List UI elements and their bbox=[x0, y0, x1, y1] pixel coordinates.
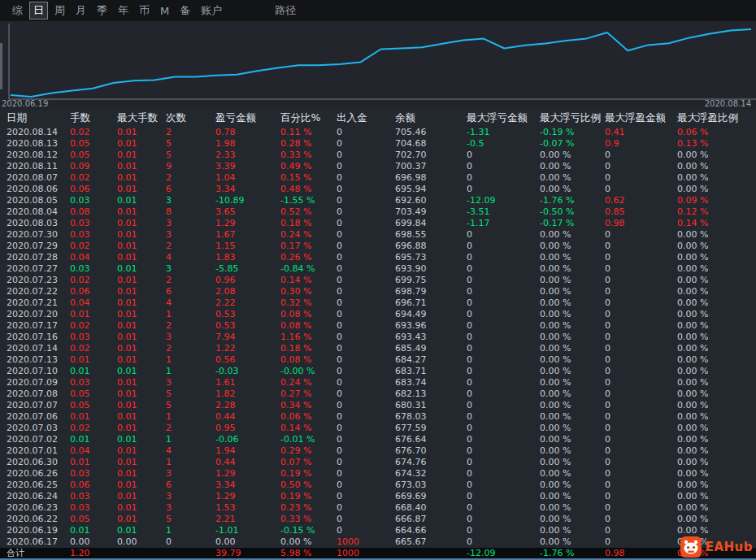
table-row[interactable]: 2020.07.010.040.0141.940.29 %0676.7000.0… bbox=[0, 445, 756, 457]
cell-max-float-profit: 0 bbox=[605, 320, 677, 332]
menu-item-3[interactable]: 月 bbox=[72, 2, 90, 20]
cell-lots: 0.03 bbox=[70, 377, 117, 389]
cell-max-float-profit-pct: 0.00 % bbox=[677, 286, 756, 297]
table-row[interactable]: 2020.08.030.030.0131.290.18 %0699.84-1.1… bbox=[0, 218, 756, 229]
table-row[interactable]: 2020.07.130.010.0110.560.08 %0684.2700.0… bbox=[0, 354, 756, 366]
cell-balance: 698.79 bbox=[395, 286, 467, 297]
cell-max-lots: 0.01 bbox=[117, 411, 166, 423]
table-row[interactable]: 2020.06.220.050.0152.210.33 %0666.8700.0… bbox=[0, 514, 756, 525]
cell-max-lots: 0.01 bbox=[117, 468, 166, 480]
cell-pnl: 0.96 bbox=[215, 275, 280, 286]
table-row[interactable]: 2020.06.250.060.0163.340.50 %0673.0300.0… bbox=[0, 480, 756, 491]
table-row[interactable]: 2020.07.160.030.0137.941.16 %0693.4300.0… bbox=[0, 332, 756, 343]
menu-item-6[interactable]: 币 bbox=[135, 2, 154, 20]
table-row[interactable]: 2020.08.140.020.0120.780.11 %0705.46-1.3… bbox=[0, 127, 756, 138]
table-row[interactable]: 2020.07.230.020.0120.960.14 %0699.7500.0… bbox=[0, 275, 756, 286]
cell-max-float-loss-pct: 0.00 % bbox=[540, 536, 605, 548]
table-row[interactable]: 2020.08.110.090.0193.390.49 %0700.3700.0… bbox=[0, 161, 756, 172]
menu-item-8[interactable]: 备 bbox=[176, 2, 194, 20]
table-row[interactable]: 2020.06.190.010.011-1.01-0.15 %0664.6600… bbox=[0, 525, 756, 536]
cell-pct: 0.18 % bbox=[280, 218, 337, 229]
cell-pct: 0.17 % bbox=[280, 241, 337, 252]
cell-cashflow: 0 bbox=[337, 229, 395, 241]
table-row[interactable]: 2020.06.170.000.0000.000.00 %1000665.670… bbox=[0, 536, 756, 548]
table-row[interactable]: 2020.07.170.020.0120.530.08 %0693.9600.0… bbox=[0, 320, 756, 332]
menu-item-0[interactable]: 综 bbox=[8, 2, 27, 20]
cell-max-float-loss-pct: 0.00 % bbox=[540, 514, 605, 525]
cell-max-lots bbox=[117, 548, 166, 558]
table-row[interactable]: 2020.07.090.030.0131.610.24 %0683.7400.0… bbox=[0, 377, 756, 389]
cell-max-float-loss: 0 bbox=[467, 354, 540, 366]
table-row[interactable]: 2020.07.290.020.0121.150.17 %0696.8800.0… bbox=[0, 241, 756, 252]
menu-item-4[interactable]: 季 bbox=[93, 2, 111, 20]
table-row[interactable]: 2020.07.080.050.0151.820.27 %0682.1300.0… bbox=[0, 389, 756, 400]
table-row[interactable]: 2020.08.130.050.0151.980.28 %0704.68-0.5… bbox=[0, 138, 756, 150]
table-row[interactable]: 2020.07.020.010.011-0.06-0.01 %0676.6400… bbox=[0, 434, 756, 445]
vertical-scrollbar[interactable] bbox=[0, 43, 2, 89]
menu-item-1[interactable]: 日 bbox=[29, 2, 48, 20]
table-row[interactable]: 2020.07.200.010.0110.530.08 %0694.4900.0… bbox=[0, 309, 756, 320]
cell-cashflow: 0 bbox=[337, 377, 395, 389]
cell-max-lots: 0.01 bbox=[117, 161, 166, 172]
table-row[interactable]: 2020.07.070.050.0152.280.34 %0680.3100.0… bbox=[0, 400, 756, 411]
cell-cashflow: 0 bbox=[337, 354, 395, 366]
menu-item-7[interactable]: M bbox=[156, 3, 173, 19]
table-row[interactable]: 2020.07.060.010.0110.440.06 %0678.0300.0… bbox=[0, 411, 756, 423]
table-row[interactable]: 2020.08.040.080.0183.650.52 %0703.49-3.5… bbox=[0, 206, 756, 218]
table-row[interactable]: 2020.07.140.020.0121.220.18 %0685.4900.0… bbox=[0, 343, 756, 354]
cell-pnl: 0.53 bbox=[215, 309, 280, 320]
cell-max-lots: 0.01 bbox=[117, 150, 166, 161]
cell-lots: 0.03 bbox=[70, 468, 117, 480]
menu-item-10[interactable]: 路径 bbox=[271, 2, 300, 20]
menu-item-5[interactable]: 年 bbox=[114, 2, 133, 20]
cell-count: 1 bbox=[166, 411, 215, 423]
cell-count: 1 bbox=[166, 457, 215, 468]
table-row[interactable]: 2020.07.300.030.0131.670.24 %0698.5500.0… bbox=[0, 229, 756, 241]
cell-pnl: 1.98 bbox=[215, 138, 280, 150]
cell-count: 3 bbox=[166, 263, 215, 275]
table-total-row[interactable]: 合计1.2039.795.98 %1000-12.09-1.76 %0.980.… bbox=[0, 548, 756, 558]
cell-balance: 665.67 bbox=[395, 536, 467, 548]
cell-max-float-loss-pct: 0.00 % bbox=[540, 309, 605, 320]
cell-max-float-profit: 0 bbox=[605, 263, 677, 275]
table-row[interactable]: 2020.07.270.030.013-5.85-0.84 %0693.9000… bbox=[0, 263, 756, 275]
table-row[interactable]: 2020.07.280.040.0141.830.26 %0695.7300.0… bbox=[0, 252, 756, 263]
cell-max-float-loss-pct: 0.00 % bbox=[540, 423, 605, 434]
cell-max-float-profit-pct: 0.00 % bbox=[677, 389, 756, 400]
table-row[interactable]: 2020.07.100.010.011-0.03-0.00 %0683.7100… bbox=[0, 366, 756, 377]
column-header-max-float-profit-pct: 最大浮盈比例 bbox=[677, 111, 756, 125]
table-row[interactable]: 2020.07.030.020.0120.950.14 %0677.5900.0… bbox=[0, 423, 756, 434]
table-row[interactable]: 2020.06.230.030.0131.530.23 %0668.4000.0… bbox=[0, 502, 756, 514]
cell-max-float-loss-pct: 0.00 % bbox=[540, 457, 605, 468]
table-row[interactable]: 2020.06.240.030.0131.290.19 %0669.6900.0… bbox=[0, 491, 756, 502]
table-row[interactable]: 2020.07.210.040.0142.220.32 %0696.7100.0… bbox=[0, 297, 756, 309]
cell-max-float-loss: 0 bbox=[467, 252, 540, 263]
cell-date: 2020.07.30 bbox=[7, 229, 70, 241]
table-row[interactable]: 2020.08.050.030.013-10.89-1.55 %0692.60-… bbox=[0, 195, 756, 206]
cell-max-float-profit: 0 bbox=[605, 252, 677, 263]
table-row[interactable]: 2020.06.300.010.0110.440.07 %0674.7600.0… bbox=[0, 457, 756, 468]
cell-pct: -0.15 % bbox=[280, 525, 337, 536]
table-row[interactable]: 2020.08.060.060.0163.340.48 %0695.9400.0… bbox=[0, 184, 756, 195]
menu-item-2[interactable]: 周 bbox=[50, 2, 69, 20]
cell-pnl: -10.89 bbox=[215, 195, 280, 206]
cell-lots: 0.00 bbox=[70, 536, 117, 548]
cell-pnl: 0.44 bbox=[215, 411, 280, 423]
cell-max-lots: 0.01 bbox=[117, 172, 166, 184]
table-row[interactable]: 2020.07.220.060.0162.080.30 %0698.7900.0… bbox=[0, 286, 756, 297]
cell-date: 2020.08.04 bbox=[7, 206, 70, 218]
cell-lots: 0.02 bbox=[70, 275, 117, 286]
table-row[interactable]: 2020.08.120.050.0152.330.33 %0702.7000.0… bbox=[0, 150, 756, 161]
cell-lots: 0.03 bbox=[70, 229, 117, 241]
cell-date: 2020.07.23 bbox=[7, 275, 70, 286]
cell-max-float-profit: 0 bbox=[605, 309, 677, 320]
cell-pct: 0.26 % bbox=[280, 252, 337, 263]
menu-item-9[interactable]: 账户 bbox=[197, 2, 226, 20]
cell-pnl: -0.06 bbox=[215, 434, 280, 445]
cell-lots: 0.02 bbox=[70, 172, 117, 184]
column-header-max-float-profit: 最大浮盈金额 bbox=[605, 111, 677, 125]
table-row[interactable]: 2020.06.260.030.0131.290.19 %0674.3200.0… bbox=[0, 468, 756, 480]
table-row[interactable]: 2020.08.070.020.0121.040.15 %0696.9800.0… bbox=[0, 172, 756, 184]
cell-max-float-profit: 0 bbox=[605, 434, 677, 445]
table-body: 2020.08.140.020.0120.780.11 %0705.46-1.3… bbox=[0, 127, 756, 548]
